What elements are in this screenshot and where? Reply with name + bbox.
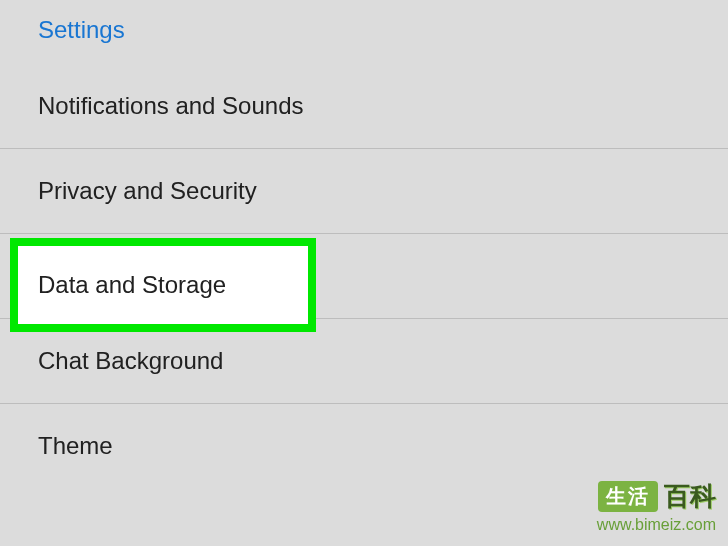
section-title: Settings	[0, 0, 728, 64]
settings-item-label: Notifications and Sounds	[38, 92, 304, 120]
settings-item-label: Theme	[38, 432, 113, 460]
settings-item-data-storage[interactable]: Data and Storage	[0, 234, 728, 319]
watermark-top: 生活 百科	[597, 479, 716, 514]
watermark: 生活 百科 www.bimeiz.com	[597, 479, 716, 534]
settings-item-label: Data and Storage	[38, 262, 226, 290]
watermark-badge: 生活	[598, 481, 658, 512]
settings-item-label: Chat Background	[38, 347, 223, 375]
settings-list: Settings Notifications and Sounds Privac…	[0, 0, 728, 546]
settings-item-privacy[interactable]: Privacy and Security	[0, 149, 728, 234]
watermark-chars: 百科	[664, 479, 716, 514]
settings-item-notifications[interactable]: Notifications and Sounds	[0, 64, 728, 149]
settings-item-chat-background[interactable]: Chat Background	[0, 319, 728, 404]
settings-item-label: Privacy and Security	[38, 177, 257, 205]
watermark-url: www.bimeiz.com	[597, 516, 716, 534]
settings-item-theme[interactable]: Theme	[0, 404, 728, 488]
